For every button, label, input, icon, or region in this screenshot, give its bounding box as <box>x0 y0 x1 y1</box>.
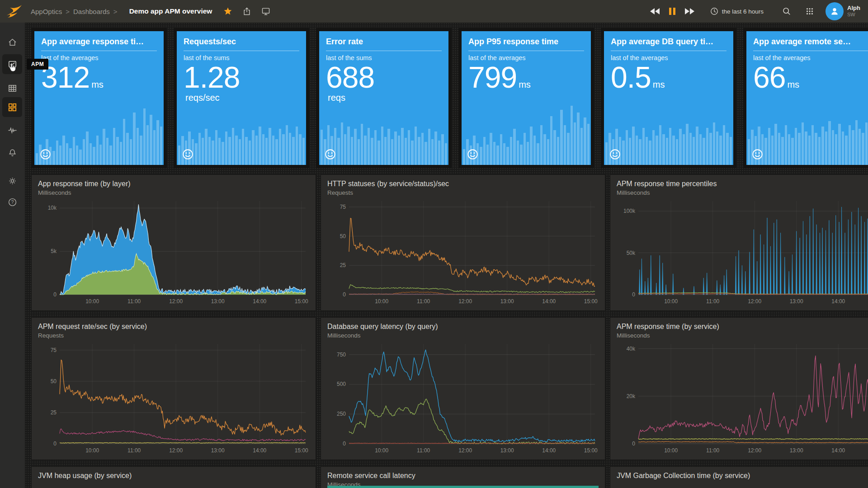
kpi-tile-requests-per-sec[interactable]: Requests/sec last of the sums 1.28reqs/s… <box>174 28 309 168</box>
pause-button[interactable] <box>668 8 676 15</box>
chart-area-top-edge <box>327 486 599 488</box>
svg-text:40k: 40k <box>627 346 636 352</box>
display-icon[interactable] <box>261 7 270 16</box>
sidebar-item-help[interactable]: ? <box>2 192 22 212</box>
kpi-tile-app-avg-response-time[interactable]: App average response ti… last of the ave… <box>31 28 167 168</box>
rewind-button[interactable] <box>650 8 660 14</box>
svg-text:?: ? <box>11 200 14 205</box>
search-icon[interactable] <box>782 7 791 16</box>
svg-text:25: 25 <box>340 262 346 268</box>
time-range-label: the last 6 hours <box>722 8 764 15</box>
svg-text:12:00: 12:00 <box>748 298 761 305</box>
dashboards-icon <box>7 102 18 113</box>
solarwinds-logo[interactable] <box>5 4 24 19</box>
chart-jvm-heap-usage[interactable]: JVM heap usage (by service) <box>31 466 316 488</box>
time-range-selector[interactable]: the last 6 hours <box>710 7 764 15</box>
sidebar-item-settings[interactable] <box>2 171 22 191</box>
chart-title: APM response time (by service) <box>617 323 868 331</box>
fast-forward-button[interactable] <box>684 8 694 14</box>
chart-plot: 40k20k010:0011:0012:0013:0014:00 <box>617 340 868 455</box>
svg-text:10:00: 10:00 <box>664 447 678 454</box>
svg-text:14:00: 14:00 <box>542 447 556 454</box>
chart-db-query-latency[interactable]: Database query latency (by query) Millis… <box>321 317 605 460</box>
svg-text:0: 0 <box>53 441 57 447</box>
chart-app-response-time-by-layer[interactable]: App response time (by layer) Millisecond… <box>31 174 316 311</box>
svg-text:10:00: 10:00 <box>375 447 388 454</box>
svg-text:0: 0 <box>632 441 635 447</box>
svg-text:13:00: 13:00 <box>500 447 514 454</box>
svg-text:750: 750 <box>337 352 346 358</box>
svg-text:10:00: 10:00 <box>85 298 99 305</box>
svg-text:10:00: 10:00 <box>375 298 388 305</box>
kpi-tile-p95-response-time[interactable]: App P95 response time last of the averag… <box>458 28 594 168</box>
kpi-tile-remote-service-time[interactable]: App average remote se… last of the avera… <box>743 28 868 168</box>
chart-plot: 755025010:0011:0012:0013:0014:0015:00 <box>38 340 309 455</box>
svg-text:100k: 100k <box>623 208 636 214</box>
app-grid-icon[interactable] <box>805 7 814 16</box>
chart-plot: 100k50k010:0011:0012:0013:0014:00 <box>617 197 868 305</box>
svg-text:25: 25 <box>51 409 57 416</box>
user-org: SW <box>847 12 868 18</box>
svg-text:11:00: 11:00 <box>417 298 430 305</box>
smiley-face-icon <box>39 148 52 160</box>
tile-sparkline-bars <box>746 101 868 165</box>
kpi-tiles-row: App average response ti… last of the ave… <box>31 28 868 168</box>
tile-title: App P95 response time <box>468 37 584 51</box>
svg-text:13:00: 13:00 <box>211 298 225 305</box>
svg-text:14:00: 14:00 <box>253 298 266 305</box>
chart-units: Milliseconds <box>617 332 868 339</box>
sidebar-item-traces[interactable] <box>2 120 22 140</box>
user-avatar[interactable] <box>826 2 844 20</box>
chart-title: Remote service call latency <box>327 472 599 480</box>
share-icon[interactable] <box>242 7 251 16</box>
chart-title: APM response time percentiles <box>617 180 868 188</box>
tile-title: App average response ti… <box>41 37 157 51</box>
tile-sparkline-bars <box>34 101 164 165</box>
favorite-star-icon[interactable] <box>223 7 232 16</box>
svg-text:50k: 50k <box>627 250 636 256</box>
chart-apm-response-percentiles[interactable]: APM response time percentiles Millisecon… <box>610 174 868 311</box>
chart-jvm-gc-time[interactable]: JVM Garbage Collection time (by service) <box>610 466 868 488</box>
user-info[interactable]: Alph SW <box>847 5 868 18</box>
charts-row-1: App response time (by layer) Millisecond… <box>31 174 868 311</box>
smiley-face-icon <box>751 148 764 160</box>
chart-http-statuses[interactable]: HTTP statuses (by service/status)/sec Re… <box>321 174 605 311</box>
sidebar-item-home[interactable] <box>2 32 22 52</box>
charts-row-3: JVM heap usage (by service) Remote servi… <box>31 466 868 488</box>
tile-unit: ms <box>91 80 104 89</box>
chart-title: HTTP statuses (by service/status)/sec <box>327 180 599 188</box>
chart-remote-service-call-latency[interactable]: Remote service call latency Milliseconds <box>321 466 605 488</box>
breadcrumb-appoptics[interactable]: AppOptics <box>31 8 62 15</box>
svg-text:15:00: 15:00 <box>584 298 598 305</box>
svg-text:20k: 20k <box>627 393 636 399</box>
chart-title: Database query latency (by query) <box>327 323 599 331</box>
tile-title: App average remote se… <box>753 37 868 51</box>
svg-text:11:00: 11:00 <box>706 447 719 454</box>
chart-apm-request-rate[interactable]: APM request rate/sec (by service) Reques… <box>31 317 316 460</box>
sidebar-item-alerts[interactable] <box>2 143 22 163</box>
chart-units: Milliseconds <box>38 189 309 196</box>
smiley-face-icon <box>609 148 621 160</box>
svg-text:12:00: 12:00 <box>458 298 472 305</box>
chart-title: JVM Garbage Collection time (by service) <box>617 472 868 480</box>
svg-text:11:00: 11:00 <box>417 447 430 454</box>
kpi-tile-error-rate[interactable]: Error rate last of the sums 688reqs <box>316 28 452 168</box>
tile-value: 66 <box>753 61 785 94</box>
chart-apm-response-by-service[interactable]: APM response time (by service) Milliseco… <box>610 317 868 460</box>
user-name: Alph <box>847 5 868 12</box>
svg-text:13:00: 13:00 <box>790 298 803 305</box>
kpi-tile-db-query-time[interactable]: App average DB query ti… last of the ave… <box>601 28 736 168</box>
svg-text:5k: 5k <box>51 248 57 254</box>
chart-units: Milliseconds <box>327 332 599 339</box>
playback-controls <box>646 8 698 15</box>
tile-unit: ms <box>787 80 799 89</box>
breadcrumb-dashboards[interactable]: Dashboards <box>73 8 110 15</box>
svg-text:12:00: 12:00 <box>169 298 183 305</box>
sidebar-item-metrics[interactable] <box>2 78 22 98</box>
tile-value: 799 <box>468 61 517 94</box>
sidebar-item-dashboards[interactable] <box>2 97 22 117</box>
svg-text:11:00: 11:00 <box>127 447 141 454</box>
svg-text:10k: 10k <box>48 205 57 211</box>
svg-text:13:00: 13:00 <box>211 447 225 454</box>
waveform-icon <box>7 125 18 136</box>
